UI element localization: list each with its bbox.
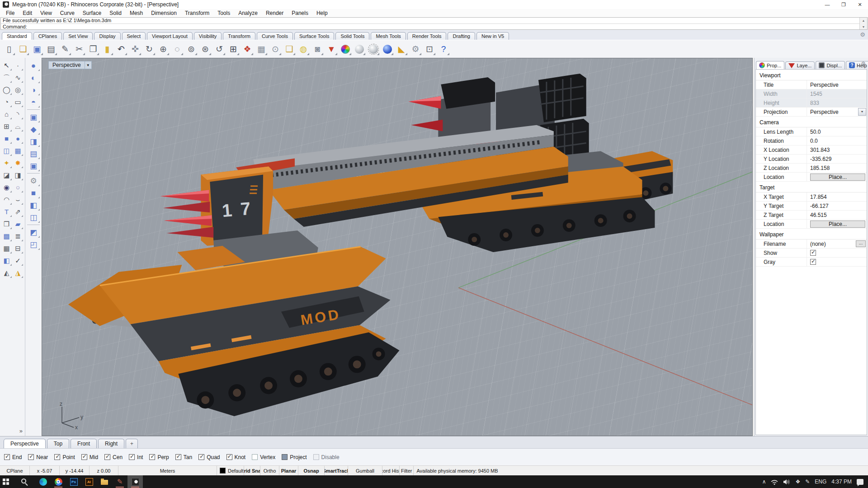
tool-button[interactable]: ◪ — [1, 169, 12, 181]
toolbar-button[interactable]: ▤ — [44, 42, 58, 56]
tool-button[interactable]: ⊞ — [1, 120, 12, 132]
tool-button[interactable]: ▦ — [1, 242, 12, 254]
osnap-toggle[interactable]: Project — [282, 454, 307, 460]
tool-button[interactable]: ● — [27, 60, 40, 72]
toolbar-button[interactable]: ↺ — [212, 42, 226, 56]
tab-properties[interactable]: Prop... — [756, 61, 784, 69]
tool-button[interactable]: ⇗ — [12, 206, 24, 218]
chevron-down-icon[interactable] — [858, 108, 866, 116]
tool-button[interactable]: ↖ — [1, 59, 12, 71]
osnap-toggle[interactable]: Int — [129, 454, 143, 460]
tool-button[interactable]: ◨ — [12, 169, 24, 181]
tool-button[interactable]: ∿ — [12, 71, 24, 84]
lens-value-field[interactable]: 50.0 — [807, 127, 867, 136]
command-prompt[interactable]: Command: — [1, 24, 859, 30]
taskbar-photoshop[interactable]: Ps — [66, 475, 81, 488]
toolbar-button[interactable]: ? — [437, 42, 450, 56]
tool-button[interactable] — [27, 224, 40, 225]
toolbar-button[interactable] — [367, 42, 380, 56]
tool-button[interactable]: ○ — [12, 181, 24, 193]
osnap-toggle[interactable]: Disable — [313, 454, 340, 460]
tool-button[interactable]: ⊟ — [12, 242, 24, 254]
tab-display[interactable]: Displ... — [816, 61, 845, 69]
toolbar-button[interactable]: ▯ — [2, 42, 16, 56]
restore-button[interactable]: ❐ — [835, 0, 852, 9]
osnap-toggle[interactable]: Cen — [104, 454, 123, 460]
toolbar-tab[interactable]: CPlanes — [33, 32, 62, 40]
osnap-checkbox[interactable] — [81, 454, 87, 460]
title-value-field[interactable]: Perspective — [807, 80, 867, 89]
taskbar-pencil-app[interactable]: ✎ — [112, 475, 127, 488]
toolbar-button[interactable]: ✂ — [72, 42, 86, 56]
osnap-checkbox[interactable] — [4, 454, 10, 460]
menu-item[interactable]: Tools — [213, 9, 234, 17]
projection-select[interactable]: Perspective — [807, 108, 867, 116]
camera-place-button[interactable]: Place... — [810, 174, 865, 181]
menu-item[interactable]: Edit — [19, 9, 36, 17]
osnap-checkbox[interactable] — [252, 454, 258, 460]
osnap-checkbox[interactable] — [104, 454, 110, 460]
menu-item[interactable]: Solid — [105, 9, 126, 17]
osnap-toggle[interactable]: Knot — [226, 454, 246, 460]
tool-button[interactable]: ▣ — [27, 160, 40, 172]
toolbar-tab[interactable]: Set View — [63, 32, 93, 40]
tool-button[interactable]: ◑ — [27, 84, 40, 96]
toolbar-button[interactable] — [339, 42, 352, 56]
status-cell[interactable]: Meters — [118, 466, 217, 475]
pen-icon[interactable]: ✎ — [805, 479, 810, 485]
toolbar-button[interactable]: ▣ — [30, 42, 44, 56]
osnap-toggle[interactable]: Vertex — [252, 454, 275, 460]
status-cell[interactable]: x -5.07 — [30, 466, 60, 475]
tool-button[interactable]: T — [1, 206, 12, 218]
toolbar-tab[interactable]: Standard — [2, 32, 32, 40]
tool-button[interactable] — [27, 108, 40, 110]
tool-button[interactable]: ■ — [1, 132, 12, 145]
status-cell[interactable]: Planar — [279, 466, 298, 475]
osnap-checkbox[interactable] — [282, 454, 288, 460]
menu-item[interactable]: Mesh — [126, 9, 147, 17]
toolbar-button[interactable]: ✎ — [58, 42, 72, 56]
toolbar-button[interactable]: ❐ — [86, 42, 100, 56]
toolbar-button[interactable]: ❑ — [283, 42, 296, 56]
toolbar-button[interactable]: ↶ — [114, 42, 128, 56]
tool-button[interactable]: ≣ — [12, 230, 24, 242]
y-target-field[interactable]: -66.127 — [807, 202, 867, 210]
status-cell[interactable]: SmartTrack — [325, 466, 348, 475]
toolbar-button[interactable]: ◣ — [395, 42, 408, 56]
toolbar-button[interactable]: ◌ — [170, 42, 184, 56]
browse-button[interactable] — [856, 240, 866, 247]
tool-button[interactable]: ◯ — [1, 84, 12, 96]
wifi-icon[interactable] — [771, 479, 778, 485]
viewport-tab[interactable]: + — [126, 439, 138, 448]
taskbar-illustrator[interactable]: Ai — [81, 475, 97, 488]
tool-button[interactable]: ◩ — [27, 226, 40, 239]
tool-button[interactable]: ◐ — [27, 72, 40, 84]
tool-button[interactable]: ▰ — [12, 218, 24, 230]
tool-button[interactable]: ◨ — [27, 136, 40, 148]
toolbar-tab[interactable]: Visibility — [194, 32, 222, 40]
status-cell[interactable]: Gumball — [348, 466, 382, 475]
y-location-field[interactable]: -335.629 — [807, 155, 867, 163]
toolbar-button[interactable]: ✜ — [128, 42, 142, 56]
toolbar-button[interactable]: ⊕ — [156, 42, 170, 56]
show-checkbox[interactable] — [810, 250, 816, 256]
status-cell[interactable]: Filter — [400, 466, 414, 475]
taskbar-edge[interactable] — [35, 475, 51, 488]
close-button[interactable]: ✕ — [852, 0, 868, 9]
tool-button[interactable]: ◓ — [27, 96, 40, 108]
tool-button[interactable]: ⌂ — [1, 108, 12, 120]
toolbar-button[interactable]: ▼ — [325, 42, 338, 56]
toolbar-tab[interactable]: Surface Tools — [294, 32, 334, 40]
menu-item[interactable]: View — [36, 9, 56, 17]
tool-button[interactable]: ◆ — [27, 123, 40, 136]
volume-icon[interactable] — [783, 479, 790, 485]
toolbar-tab[interactable]: Render Tools — [407, 32, 447, 40]
toolbar-button[interactable]: ⊛ — [198, 42, 212, 56]
taskbar-search-button[interactable] — [15, 475, 31, 488]
command-scrollbar[interactable] — [859, 18, 867, 29]
viewport-tab[interactable]: Front — [71, 439, 97, 448]
viewport-title-dropdown[interactable]: Perspective — [48, 61, 92, 69]
toolbar-button[interactable] — [381, 42, 394, 56]
viewport-tab[interactable]: Top — [47, 439, 69, 448]
tool-button[interactable]: ❒ — [1, 218, 12, 230]
